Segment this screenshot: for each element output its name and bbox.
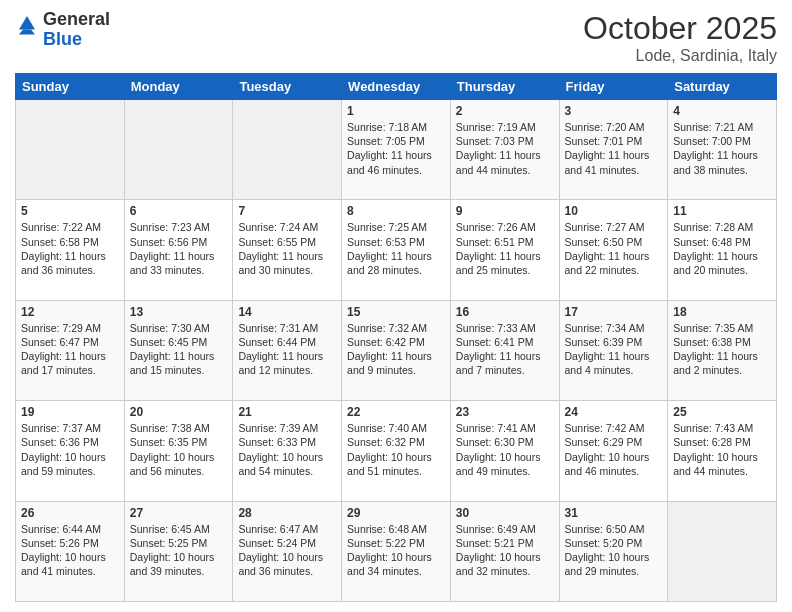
logo-general-text: General xyxy=(43,9,110,29)
weekday-header-wednesday: Wednesday xyxy=(342,74,451,100)
day-number: 22 xyxy=(347,405,445,419)
weekday-header-row: SundayMondayTuesdayWednesdayThursdayFrid… xyxy=(16,74,777,100)
calendar-cell: 1Sunrise: 7:18 AM Sunset: 7:05 PM Daylig… xyxy=(342,100,451,200)
day-number: 30 xyxy=(456,506,554,520)
day-info: Sunrise: 6:49 AM Sunset: 5:21 PM Dayligh… xyxy=(456,522,554,579)
day-number: 14 xyxy=(238,305,336,319)
day-info: Sunrise: 6:45 AM Sunset: 5:25 PM Dayligh… xyxy=(130,522,228,579)
calendar-cell: 5Sunrise: 7:22 AM Sunset: 6:58 PM Daylig… xyxy=(16,200,125,300)
day-number: 23 xyxy=(456,405,554,419)
calendar-cell: 20Sunrise: 7:38 AM Sunset: 6:35 PM Dayli… xyxy=(124,401,233,501)
day-info: Sunrise: 7:19 AM Sunset: 7:03 PM Dayligh… xyxy=(456,120,554,177)
day-info: Sunrise: 6:50 AM Sunset: 5:20 PM Dayligh… xyxy=(565,522,663,579)
calendar-week-4: 19Sunrise: 7:37 AM Sunset: 6:36 PM Dayli… xyxy=(16,401,777,501)
day-info: Sunrise: 6:44 AM Sunset: 5:26 PM Dayligh… xyxy=(21,522,119,579)
day-info: Sunrise: 7:40 AM Sunset: 6:32 PM Dayligh… xyxy=(347,421,445,478)
day-number: 13 xyxy=(130,305,228,319)
calendar-week-2: 5Sunrise: 7:22 AM Sunset: 6:58 PM Daylig… xyxy=(16,200,777,300)
calendar-cell: 3Sunrise: 7:20 AM Sunset: 7:01 PM Daylig… xyxy=(559,100,668,200)
weekday-header-friday: Friday xyxy=(559,74,668,100)
day-number: 4 xyxy=(673,104,771,118)
day-info: Sunrise: 7:30 AM Sunset: 6:45 PM Dayligh… xyxy=(130,321,228,378)
page: General Blue October 2025 Lode, Sardinia… xyxy=(0,0,792,612)
calendar-cell: 26Sunrise: 6:44 AM Sunset: 5:26 PM Dayli… xyxy=(16,501,125,601)
day-number: 17 xyxy=(565,305,663,319)
weekday-header-monday: Monday xyxy=(124,74,233,100)
weekday-header-tuesday: Tuesday xyxy=(233,74,342,100)
calendar-cell xyxy=(16,100,125,200)
calendar-cell: 10Sunrise: 7:27 AM Sunset: 6:50 PM Dayli… xyxy=(559,200,668,300)
calendar-cell: 7Sunrise: 7:24 AM Sunset: 6:55 PM Daylig… xyxy=(233,200,342,300)
calendar-cell xyxy=(668,501,777,601)
logo: General Blue xyxy=(15,10,110,50)
day-info: Sunrise: 7:42 AM Sunset: 6:29 PM Dayligh… xyxy=(565,421,663,478)
weekday-header-saturday: Saturday xyxy=(668,74,777,100)
day-info: Sunrise: 7:37 AM Sunset: 6:36 PM Dayligh… xyxy=(21,421,119,478)
day-info: Sunrise: 7:34 AM Sunset: 6:39 PM Dayligh… xyxy=(565,321,663,378)
svg-marker-0 xyxy=(19,16,35,30)
calendar-week-5: 26Sunrise: 6:44 AM Sunset: 5:26 PM Dayli… xyxy=(16,501,777,601)
day-number: 26 xyxy=(21,506,119,520)
day-number: 11 xyxy=(673,204,771,218)
calendar-cell: 4Sunrise: 7:21 AM Sunset: 7:00 PM Daylig… xyxy=(668,100,777,200)
day-number: 16 xyxy=(456,305,554,319)
day-number: 28 xyxy=(238,506,336,520)
day-number: 3 xyxy=(565,104,663,118)
location: Lode, Sardinia, Italy xyxy=(583,47,777,65)
day-info: Sunrise: 7:32 AM Sunset: 6:42 PM Dayligh… xyxy=(347,321,445,378)
month-title: October 2025 xyxy=(583,10,777,47)
day-info: Sunrise: 7:18 AM Sunset: 7:05 PM Dayligh… xyxy=(347,120,445,177)
day-number: 9 xyxy=(456,204,554,218)
day-info: Sunrise: 7:33 AM Sunset: 6:41 PM Dayligh… xyxy=(456,321,554,378)
calendar-cell: 27Sunrise: 6:45 AM Sunset: 5:25 PM Dayli… xyxy=(124,501,233,601)
day-number: 7 xyxy=(238,204,336,218)
calendar-cell: 25Sunrise: 7:43 AM Sunset: 6:28 PM Dayli… xyxy=(668,401,777,501)
calendar-cell: 21Sunrise: 7:39 AM Sunset: 6:33 PM Dayli… xyxy=(233,401,342,501)
day-info: Sunrise: 7:31 AM Sunset: 6:44 PM Dayligh… xyxy=(238,321,336,378)
calendar-cell: 30Sunrise: 6:49 AM Sunset: 5:21 PM Dayli… xyxy=(450,501,559,601)
day-number: 1 xyxy=(347,104,445,118)
day-info: Sunrise: 7:41 AM Sunset: 6:30 PM Dayligh… xyxy=(456,421,554,478)
day-number: 18 xyxy=(673,305,771,319)
calendar-cell xyxy=(124,100,233,200)
calendar-cell: 8Sunrise: 7:25 AM Sunset: 6:53 PM Daylig… xyxy=(342,200,451,300)
day-info: Sunrise: 7:20 AM Sunset: 7:01 PM Dayligh… xyxy=(565,120,663,177)
day-info: Sunrise: 7:23 AM Sunset: 6:56 PM Dayligh… xyxy=(130,220,228,277)
calendar-cell: 6Sunrise: 7:23 AM Sunset: 6:56 PM Daylig… xyxy=(124,200,233,300)
calendar-cell: 2Sunrise: 7:19 AM Sunset: 7:03 PM Daylig… xyxy=(450,100,559,200)
calendar-cell: 22Sunrise: 7:40 AM Sunset: 6:32 PM Dayli… xyxy=(342,401,451,501)
calendar-cell: 23Sunrise: 7:41 AM Sunset: 6:30 PM Dayli… xyxy=(450,401,559,501)
day-number: 5 xyxy=(21,204,119,218)
calendar-week-1: 1Sunrise: 7:18 AM Sunset: 7:05 PM Daylig… xyxy=(16,100,777,200)
day-number: 27 xyxy=(130,506,228,520)
calendar-cell: 15Sunrise: 7:32 AM Sunset: 6:42 PM Dayli… xyxy=(342,300,451,400)
day-info: Sunrise: 7:25 AM Sunset: 6:53 PM Dayligh… xyxy=(347,220,445,277)
calendar-cell: 11Sunrise: 7:28 AM Sunset: 6:48 PM Dayli… xyxy=(668,200,777,300)
calendar-cell: 14Sunrise: 7:31 AM Sunset: 6:44 PM Dayli… xyxy=(233,300,342,400)
calendar-cell: 28Sunrise: 6:47 AM Sunset: 5:24 PM Dayli… xyxy=(233,501,342,601)
day-number: 10 xyxy=(565,204,663,218)
calendar-cell: 18Sunrise: 7:35 AM Sunset: 6:38 PM Dayli… xyxy=(668,300,777,400)
calendar-cell: 16Sunrise: 7:33 AM Sunset: 6:41 PM Dayli… xyxy=(450,300,559,400)
day-info: Sunrise: 7:26 AM Sunset: 6:51 PM Dayligh… xyxy=(456,220,554,277)
day-number: 24 xyxy=(565,405,663,419)
day-number: 8 xyxy=(347,204,445,218)
calendar-cell: 19Sunrise: 7:37 AM Sunset: 6:36 PM Dayli… xyxy=(16,401,125,501)
day-info: Sunrise: 7:21 AM Sunset: 7:00 PM Dayligh… xyxy=(673,120,771,177)
day-info: Sunrise: 7:43 AM Sunset: 6:28 PM Dayligh… xyxy=(673,421,771,478)
title-block: October 2025 Lode, Sardinia, Italy xyxy=(583,10,777,65)
calendar-table: SundayMondayTuesdayWednesdayThursdayFrid… xyxy=(15,73,777,602)
day-info: Sunrise: 7:29 AM Sunset: 6:47 PM Dayligh… xyxy=(21,321,119,378)
calendar-cell: 31Sunrise: 6:50 AM Sunset: 5:20 PM Dayli… xyxy=(559,501,668,601)
svg-marker-1 xyxy=(19,30,35,35)
day-number: 29 xyxy=(347,506,445,520)
day-number: 15 xyxy=(347,305,445,319)
weekday-header-thursday: Thursday xyxy=(450,74,559,100)
day-info: Sunrise: 7:38 AM Sunset: 6:35 PM Dayligh… xyxy=(130,421,228,478)
header: General Blue October 2025 Lode, Sardinia… xyxy=(15,10,777,65)
calendar-cell: 24Sunrise: 7:42 AM Sunset: 6:29 PM Dayli… xyxy=(559,401,668,501)
day-number: 6 xyxy=(130,204,228,218)
day-number: 12 xyxy=(21,305,119,319)
day-info: Sunrise: 7:39 AM Sunset: 6:33 PM Dayligh… xyxy=(238,421,336,478)
day-number: 19 xyxy=(21,405,119,419)
